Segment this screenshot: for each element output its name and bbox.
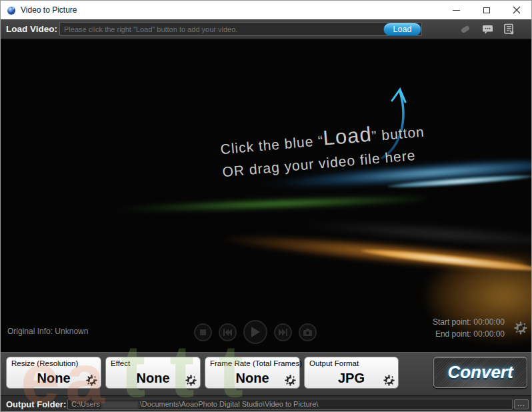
convert-button[interactable]: Convert — [433, 357, 527, 388]
output-folder-bar: Output Folder: C:\Users\Documents\AoaoPh… — [1, 395, 532, 412]
skip-end-button[interactable] — [274, 323, 292, 341]
output-folder-path-field[interactable]: C:\Users\Documents\AoaoPhoto Digital Stu… — [67, 399, 513, 410]
framerate-label: Frame Rate (Total Frames) — [210, 359, 302, 367]
effect-option-box[interactable]: Effect None — [105, 357, 201, 389]
output-format-label: Output Format — [309, 359, 359, 367]
resize-gear-icon[interactable] — [86, 375, 97, 386]
output-format-option-box[interactable]: Output Format JPG — [304, 357, 399, 389]
framerate-gear-icon[interactable] — [285, 375, 296, 386]
snapshot-button[interactable] — [299, 323, 317, 341]
maximize-button[interactable] — [471, 1, 501, 19]
load-button[interactable]: Load — [383, 23, 421, 36]
load-video-label: Load Video: — [6, 24, 57, 34]
maximize-icon — [483, 7, 490, 13]
play-icon — [251, 327, 260, 337]
original-info-text: Original Info: Unknown — [7, 327, 88, 336]
light-streak-green — [41, 191, 427, 219]
playback-controls — [194, 320, 317, 344]
path-suffix: \Documents\AoaoPhoto Digital Studio\Vide… — [140, 400, 319, 408]
start-point-text: Start point: 00:00:00 — [433, 316, 505, 328]
app-icon — [6, 5, 17, 15]
output-folder-label: Output Folder: — [6, 399, 66, 409]
log-report-icon[interactable] — [503, 23, 515, 35]
trim-settings-gear-icon[interactable] — [514, 321, 527, 335]
browse-folder-button[interactable]: ... — [514, 399, 529, 409]
stop-button[interactable] — [194, 323, 212, 341]
tag-icon[interactable] — [459, 23, 471, 35]
convert-button-label: Convert — [447, 362, 513, 383]
light-streak-orange — [73, 211, 527, 279]
camera-icon — [303, 329, 312, 336]
trim-points: Start point: 00:00:00 End point: 00:00:0… — [433, 316, 505, 340]
effect-label: Effect — [111, 359, 130, 367]
resize-label: Resize (Resolution) — [11, 359, 78, 367]
output-format-gear-icon[interactable] — [383, 375, 395, 386]
feedback-chat-icon[interactable] — [482, 23, 493, 35]
light-streak-blue-core — [387, 173, 532, 189]
framerate-option-box[interactable]: Frame Rate (Total Frames) None — [205, 357, 300, 389]
app-window: Video to Picture Load Video: Load — [0, 0, 532, 412]
resize-option-box[interactable]: Resize (Resolution) None — [6, 357, 101, 389]
play-button[interactable] — [243, 320, 267, 344]
skip-start-button[interactable] — [219, 323, 237, 341]
skip-start-icon — [223, 329, 232, 336]
titlebar: Video to Picture — [1, 1, 531, 19]
light-streak-white — [200, 206, 532, 253]
video-preview-dropzone[interactable]: Click the blue “Load” button OR drag you… — [1, 39, 532, 352]
close-icon — [513, 6, 521, 14]
hint-line1-prefix: Click the blue “ — [220, 133, 324, 157]
skip-end-icon — [279, 329, 287, 336]
hint-line1-suffix: ” button — [371, 124, 425, 144]
path-prefix: C:\Users — [71, 400, 100, 408]
minimize-icon — [453, 10, 460, 11]
censored-username — [101, 401, 139, 409]
minimize-button[interactable] — [441, 1, 471, 19]
end-point-text: End point: 00:00:00 — [433, 328, 505, 340]
close-button[interactable] — [501, 1, 531, 19]
load-toolbar: Load Video: Load — [1, 19, 531, 39]
options-bar: Resize (Resolution) None Effect None Fra… — [1, 352, 532, 395]
window-title: Video to Picture — [21, 5, 77, 15]
hint-load-word: Load — [322, 123, 373, 150]
load-video-input[interactable] — [59, 22, 422, 36]
stop-icon — [200, 329, 206, 335]
effect-gear-icon[interactable] — [185, 375, 197, 386]
light-streak-orange-core — [361, 246, 532, 274]
